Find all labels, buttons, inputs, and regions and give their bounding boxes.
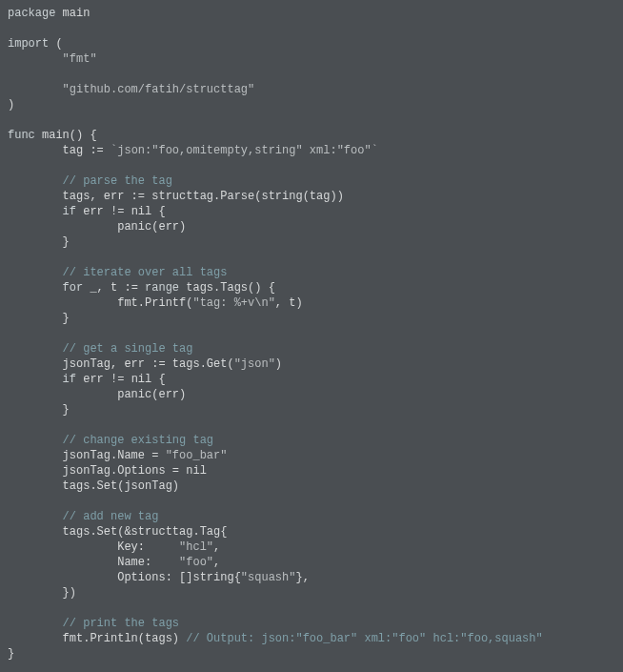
- code-line: // get a single tag: [8, 341, 615, 356]
- code-line: "github.com/fatih/structtag": [8, 82, 615, 97]
- code-line: tags.Set(&structtag.Tag{: [8, 524, 615, 540]
- code-token: }: [8, 647, 14, 661]
- code-token: panic(err): [8, 220, 186, 234]
- code-token: ): [275, 357, 282, 371]
- code-token: [8, 266, 63, 279]
- code-line: Options: []string{"squash"},: [8, 570, 615, 585]
- code-line: if err != nil {: [8, 372, 615, 387]
- code-token: "fmt": [63, 52, 97, 66]
- code-token: // get a single tag: [63, 342, 193, 356]
- code-token: jsonTag, err := tags.Get(: [8, 357, 234, 371]
- code-line: [8, 21, 615, 36]
- code-token: [8, 373, 63, 386]
- code-line: package main: [8, 6, 615, 21]
- code-line: fmt.Println(tags) // Output: json:"foo_b…: [8, 631, 615, 646]
- code-token: Name:: [8, 556, 179, 569]
- code-line: // parse the tag: [8, 173, 615, 189]
- code-line: [8, 158, 615, 173]
- code-token: tags, err := structtag.Parse(string(tag)…: [8, 190, 344, 203]
- code-token: "squash": [241, 571, 296, 584]
- code-token: }: [8, 235, 70, 249]
- code-line: [8, 417, 615, 433]
- code-token: }: [8, 403, 70, 417]
- code-line: }): [8, 585, 615, 601]
- code-token: main() {: [35, 129, 97, 142]
- code-token: [8, 617, 63, 630]
- code-line: }: [8, 646, 615, 662]
- code-token: package: [8, 7, 55, 20]
- code-token: [8, 83, 63, 96]
- code-line: for _, t := range tags.Tags() {: [8, 280, 615, 295]
- code-line: }: [8, 311, 615, 326]
- code-token: "github.com/fatih/structtag": [63, 83, 255, 96]
- code-token: ,: [213, 540, 220, 554]
- code-line: [8, 67, 615, 82]
- code-line: panic(err): [8, 387, 615, 402]
- code-token: func: [8, 129, 35, 142]
- code-token: panic(err): [8, 388, 186, 401]
- code-line: tag := `json:"foo,omitempty,string" xml:…: [8, 143, 615, 158]
- code-token: err != nil {: [76, 205, 166, 218]
- code-line: jsonTag.Name = "foo_bar": [8, 448, 615, 463]
- code-token: tags.Set(&structtag.Tag{: [8, 525, 227, 539]
- code-line: panic(err): [8, 219, 615, 234]
- code-token: [8, 434, 63, 447]
- code-token: main: [55, 7, 90, 20]
- code-token: fmt.Printf(: [8, 296, 192, 310]
- code-line: fmt.Printf("tag: %+v\n", t): [8, 295, 615, 311]
- code-token: range: [145, 281, 179, 295]
- code-line: tags.Set(jsonTag): [8, 479, 615, 494]
- code-token: // change existing tag: [63, 434, 213, 447]
- code-token: },: [295, 571, 309, 584]
- code-token: "json": [234, 357, 275, 371]
- code-line: [8, 494, 615, 509]
- code-line: func main() {: [8, 128, 615, 143]
- code-token: if: [63, 205, 76, 218]
- code-line: "fmt": [8, 51, 615, 67]
- code-token: Key:: [8, 540, 179, 554]
- code-token: "foo": [179, 556, 213, 569]
- code-line: Name: "foo",: [8, 555, 615, 570]
- code-token: [8, 174, 63, 188]
- code-token: `json:"foo,omitempty,string" xml:"foo"`: [111, 144, 378, 157]
- code-token: "foo_bar": [166, 449, 228, 462]
- code-token: jsonTag.Options = nil: [8, 464, 207, 478]
- code-token: [8, 510, 63, 523]
- code-token: }): [8, 586, 76, 600]
- code-token: // add new tag: [63, 510, 159, 523]
- code-line: // add new tag: [8, 509, 615, 524]
- code-token: if: [63, 373, 76, 386]
- code-token: [8, 205, 63, 218]
- code-token: fmt.Println(tags): [8, 632, 186, 645]
- code-line: // iterate over all tags: [8, 265, 615, 280]
- code-token: // parse the tag: [63, 174, 172, 188]
- code-token: (: [49, 37, 62, 51]
- code-line: // print the tags: [8, 616, 615, 631]
- code-token: // iterate over all tags: [63, 266, 228, 279]
- code-line: if err != nil {: [8, 204, 615, 219]
- code-token: [8, 342, 63, 356]
- code-line: [8, 112, 615, 128]
- code-line: tags, err := structtag.Parse(string(tag)…: [8, 189, 615, 204]
- code-token: [8, 52, 63, 66]
- code-token: "tag: %+v\n": [192, 296, 274, 310]
- code-line: }: [8, 234, 615, 250]
- code-line: [8, 326, 615, 341]
- code-line: [8, 601, 615, 616]
- code-block: package main import ( "fmt" "github.com/…: [0, 0, 623, 667]
- code-token: _, t :=: [83, 281, 145, 295]
- code-token: tags.Tags() {: [179, 281, 275, 295]
- code-line: // change existing tag: [8, 433, 615, 448]
- code-token: , t): [275, 296, 303, 310]
- code-line: import (: [8, 36, 615, 51]
- code-line: jsonTag, err := tags.Get("json"): [8, 356, 615, 372]
- code-token: for: [63, 281, 84, 295]
- code-line: ): [8, 97, 615, 112]
- code-token: err != nil {: [76, 373, 166, 386]
- code-token: import: [8, 37, 49, 51]
- code-token: ,: [213, 556, 220, 569]
- code-line: [8, 250, 615, 265]
- code-token: tags.Set(jsonTag): [8, 479, 179, 493]
- code-line: }: [8, 402, 615, 417]
- code-token: jsonTag.Name =: [8, 449, 166, 462]
